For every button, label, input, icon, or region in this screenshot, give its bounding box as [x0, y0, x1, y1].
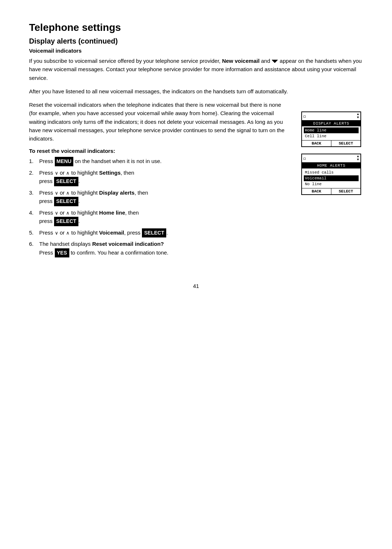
screen-1-select-btn: SELECT — [331, 141, 360, 146]
settings-bold: Settings — [99, 170, 121, 176]
arrow-down-5: ∨ — [55, 229, 58, 237]
display-alerts-bold: Display alerts — [99, 190, 135, 196]
screen-2-arrow-down: ▼ — [357, 158, 359, 162]
home-line-bold: Home line — [99, 210, 125, 216]
step-3: 3. Press ∨ or ∧ to highlight Display ale… — [29, 188, 290, 206]
screen-1-line-2: Cell line — [304, 133, 359, 139]
screen-1-title: DISPLAY ALERTS — [302, 121, 360, 126]
screen-1-line-1: Home line — [304, 127, 359, 133]
step-6-num: 6. — [29, 240, 39, 248]
screen-1-back-btn: BACK — [302, 141, 331, 146]
screen-2-nav-arrows: ▲ ▼ — [357, 155, 359, 162]
subsection-title: Voicemail indicators — [29, 48, 363, 54]
select-key-2: SELECT — [54, 177, 78, 186]
yes-key-6: YES — [55, 248, 69, 258]
arrow-up-5: ∧ — [66, 229, 70, 237]
screen-1-nav-arrows: ▲ ▼ — [357, 113, 359, 119]
section-title: Display alerts (continued) — [29, 37, 363, 45]
page-number: 41 — [29, 283, 363, 289]
voicemail-icon — [271, 58, 278, 64]
select-key-3: SELECT — [54, 197, 78, 206]
svg-marker-0 — [272, 60, 278, 63]
screen-2-title: HOME ALERTS — [302, 163, 360, 168]
left-content: Reset the voicemail indicators when the … — [29, 101, 290, 261]
screen-1-topbar: ◻ ▲ ▼ — [302, 112, 360, 121]
screen-2-topbar: ◻ ▲ ▼ — [302, 154, 360, 163]
screen-1-arrow-down: ▼ — [357, 116, 359, 119]
arrow-down-4: ∨ — [55, 210, 58, 217]
screen-2-back-btn: BACK — [302, 188, 331, 194]
voicemail-bold: Voicemail — [99, 229, 124, 236]
screen-2-line-2: Voicemail — [304, 175, 359, 181]
step-5-num: 5. — [29, 228, 39, 237]
select-key-5: SELECT — [142, 228, 166, 238]
arrow-up-2: ∧ — [66, 170, 70, 177]
arrow-down-2: ∨ — [55, 170, 58, 177]
p1-cont: and — [260, 58, 270, 64]
step-1-num: 1. — [29, 157, 39, 165]
screen-2: ◻ ▲ ▼ HOME ALERTS Missed calls Voicemail… — [301, 154, 361, 195]
screen-1-bottombar: BACK SELECT — [302, 140, 360, 146]
steps-list: 1. Press MENU on the handset when it is … — [29, 157, 290, 257]
step-2-content: Press ∨ or ∧ to highlight Settings, then… — [39, 168, 290, 186]
screen-2-line-3: No line — [304, 181, 359, 187]
step-6-content: The handset displays Reset voicemail ind… — [39, 240, 290, 257]
reset-bold: Reset voicemail indication? — [92, 241, 164, 247]
select-key-4: SELECT — [54, 217, 78, 226]
step-1: 1. Press MENU on the handset when it is … — [29, 157, 290, 166]
right-screens: ◻ ▲ ▼ DISPLAY ALERTS Home line Cell line… — [301, 111, 363, 195]
arrow-down-3: ∨ — [55, 190, 58, 197]
screen-2-body: Missed calls Voicemail No line — [302, 168, 360, 188]
step-3-num: 3. — [29, 188, 39, 197]
step-1-content: Press MENU on the handset when it is not… — [39, 157, 290, 166]
paragraph-3: Reset the voicemail indicators when the … — [29, 101, 290, 143]
screen-2-bottombar: BACK SELECT — [302, 188, 360, 194]
step-4: 4. Press ∨ or ∧ to highlight Home line, … — [29, 208, 290, 226]
screen-1: ◻ ▲ ▼ DISPLAY ALERTS Home line Cell line… — [301, 111, 361, 147]
step-4-content: Press ∨ or ∧ to highlight Home line, the… — [39, 208, 290, 226]
step-3-content: Press ∨ or ∧ to highlight Display alerts… — [39, 188, 290, 206]
arrow-up-4: ∧ — [66, 210, 70, 217]
screen-2-select-btn: SELECT — [331, 188, 360, 194]
screen-1-handset-icon: ◻ — [303, 114, 306, 119]
step-2: 2. Press ∨ or ∧ to highlight Settings, t… — [29, 168, 290, 186]
step-5-content: Press ∨ or ∧ to highlight Voicemail, pre… — [39, 228, 290, 238]
step-2-num: 2. — [29, 168, 39, 177]
screen-1-body: Home line Cell line — [302, 126, 360, 140]
p1-bold: New voicemail — [222, 58, 260, 64]
step-5: 5. Press ∨ or ∧ to highlight Voicemail, … — [29, 228, 290, 238]
step-6: 6. The handset displays Reset voicemail … — [29, 240, 290, 257]
paragraph-2: After you have listened to all new voice… — [29, 87, 363, 95]
arrow-up-3: ∧ — [66, 190, 70, 197]
screen-2-handset-icon: ◻ — [303, 156, 306, 161]
content-area: Reset the voicemail indicators when the … — [29, 101, 363, 261]
p1-text: If you subscribe to voicemail service of… — [29, 58, 222, 64]
screen-2-line-1: Missed calls — [304, 170, 359, 175]
step-4-num: 4. — [29, 208, 39, 217]
paragraph-1: If you subscribe to voicemail service of… — [29, 57, 363, 82]
page-title: Telephone settings — [29, 22, 363, 33]
steps-header: To reset the voicemail indicators: — [29, 148, 290, 154]
menu-key-1: MENU — [55, 157, 73, 166]
